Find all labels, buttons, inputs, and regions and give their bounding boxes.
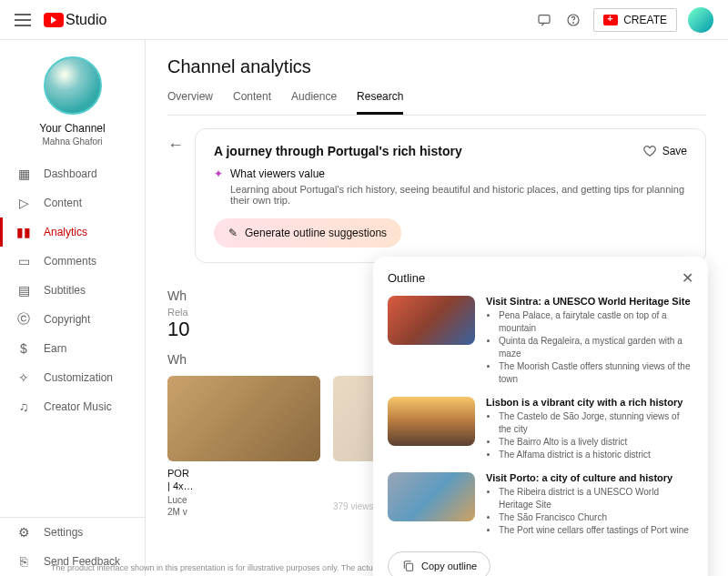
svg-rect-3 [406, 563, 412, 571]
video-views: 2M v [167, 507, 320, 517]
outline-point: The Ribeira district is a UNESCO World H… [499, 486, 693, 511]
main-content: Channel analytics Overview Content Audie… [146, 40, 728, 576]
generate-outline-button[interactable]: ✎ Generate outline suggestions [214, 218, 401, 248]
outline-item: Lisbon is a vibrant city with a rich his… [388, 397, 693, 461]
copyright-icon: ⓒ [16, 312, 31, 327]
sparkle-icon: ✦ [214, 167, 223, 180]
outline-thumbnail [388, 397, 475, 446]
music-icon: ♫ [16, 399, 31, 414]
sidebar-item-creator-music[interactable]: ♫Creator Music [0, 392, 145, 421]
topic-card: A journey through Portugal's rich histor… [195, 128, 706, 263]
channel-heading: Your Channel [0, 122, 145, 135]
value-heading: What viewers value [230, 167, 325, 180]
tab-audience[interactable]: Audience [291, 90, 337, 115]
gear-icon: ⚙ [16, 525, 31, 540]
app-header: Studio CREATE [0, 0, 728, 40]
outline-point: The Alfama district is a historic distri… [499, 449, 693, 461]
video-title: POR | 4x… [167, 467, 320, 493]
create-button[interactable]: CREATE [593, 8, 677, 32]
outline-popup: Outline ✕ Visit Sintra: a UNESCO World H… [373, 257, 708, 576]
sidebar-item-copyright[interactable]: ⓒCopyright [0, 305, 145, 334]
close-icon[interactable]: ✕ [682, 269, 693, 287]
help-icon[interactable] [564, 11, 582, 29]
outline-point: The Bairro Alto is a lively district [499, 436, 693, 449]
outline-point: The São Francisco Church [499, 511, 693, 524]
comments-icon: ▭ [16, 254, 31, 268]
outline-point: The Castelo de São Jorge, stunning views… [499, 410, 693, 436]
outline-point: The Port wine cellars offer tastings of … [499, 524, 693, 537]
create-camera-icon [603, 15, 618, 25]
value-description: Learning about Portugal's rich history, … [230, 184, 687, 206]
channel-avatar [44, 56, 102, 115]
youtube-icon [44, 13, 64, 27]
wand-icon: ✎ [228, 227, 238, 239]
dashboard-icon: ▦ [16, 167, 31, 181]
copy-outline-button[interactable]: Copy outline [388, 551, 490, 576]
content-icon: ▷ [16, 196, 31, 210]
channel-profile[interactable]: Your Channel Mahna Ghafori [0, 56, 145, 159]
svg-point-2 [573, 22, 574, 23]
outline-item-title: Visit Sintra: a UNESCO World Heritage Si… [486, 296, 693, 307]
page-title: Channel analytics [167, 56, 706, 77]
sidebar-item-dashboard[interactable]: ▦Dashboard [0, 159, 145, 188]
sidebar: Your Channel Mahna Ghafori ▦Dashboard ▷C… [0, 40, 146, 576]
outline-heading: Outline [388, 271, 425, 285]
customization-icon: ✧ [16, 370, 31, 385]
studio-logo[interactable]: Studio [44, 12, 106, 28]
outline-item-title: Visit Porto: a city of culture and histo… [486, 472, 693, 483]
outline-item: Visit Sintra: a UNESCO World Heritage Si… [388, 296, 693, 386]
tab-research[interactable]: Research [357, 90, 403, 115]
outline-point: Quinta da Regaleira, a mystical garden w… [499, 335, 693, 360]
user-avatar[interactable] [688, 7, 713, 33]
topic-title: A journey through Portugal's rich histor… [214, 144, 462, 158]
channel-name: Mahna Ghafori [0, 136, 145, 147]
sidebar-nav: ▦Dashboard ▷Content ▮▮Analytics ▭Comment… [0, 159, 145, 517]
sidebar-item-settings[interactable]: ⚙Settings [0, 518, 145, 547]
header-right: CREATE [535, 7, 713, 33]
video-thumbnail [167, 376, 320, 461]
sidebar-item-earn[interactable]: $Earn [0, 334, 145, 363]
chat-icon[interactable] [535, 11, 553, 29]
svg-rect-0 [539, 15, 550, 23]
sidebar-item-analytics[interactable]: ▮▮Analytics [0, 217, 145, 247]
sidebar-item-customization[interactable]: ✧Customization [0, 363, 145, 392]
subtitles-icon: ▤ [16, 283, 31, 298]
sidebar-item-content[interactable]: ▷Content [0, 188, 145, 217]
tab-overview[interactable]: Overview [167, 90, 213, 115]
create-label: CREATE [623, 14, 667, 26]
outline-thumbnail [388, 472, 475, 521]
analytics-tabs: Overview Content Audience Research [167, 90, 706, 116]
video-channel: Luce [167, 495, 320, 505]
heart-icon [642, 144, 657, 158]
save-button[interactable]: Save [642, 144, 687, 158]
menu-icon[interactable] [15, 14, 31, 26]
earn-icon: $ [16, 341, 31, 356]
copy-icon [401, 559, 416, 573]
sidebar-item-comments[interactable]: ▭Comments [0, 247, 145, 276]
analytics-icon: ▮▮ [16, 225, 31, 239]
logo-text: Studio [66, 12, 106, 28]
video-card-1[interactable]: POR | 4x… Luce 2M v [167, 376, 320, 518]
tab-content[interactable]: Content [233, 90, 271, 115]
outline-thumbnail [388, 296, 475, 345]
outline-item-title: Lisbon is a vibrant city with a rich his… [486, 397, 693, 408]
outline-point: The Moorish Castle offers stunning views… [499, 360, 693, 386]
header-left: Studio [15, 12, 106, 28]
outline-point: Pena Palace, a fairytale castle on top o… [499, 309, 693, 335]
sidebar-item-subtitles[interactable]: ▤Subtitles [0, 276, 145, 305]
outline-item: Visit Porto: a city of culture and histo… [388, 472, 693, 537]
back-arrow-icon[interactable]: ← [167, 128, 184, 155]
